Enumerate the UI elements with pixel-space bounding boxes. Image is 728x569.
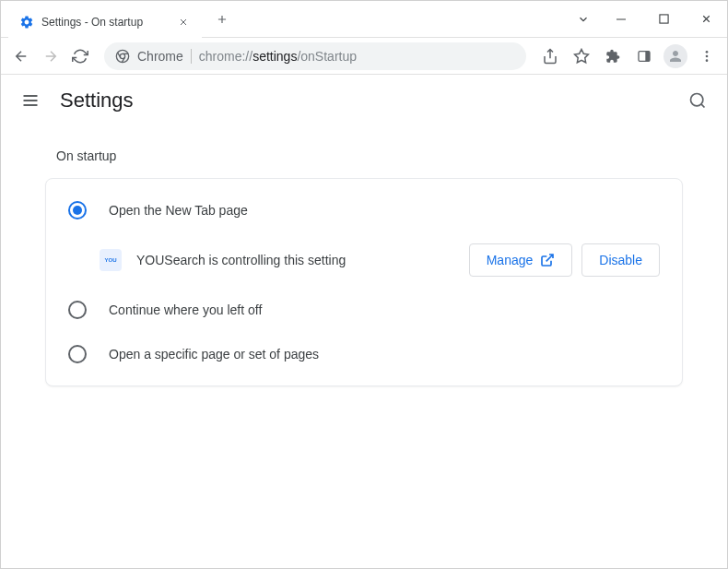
avatar	[663, 44, 687, 68]
new-tab-button[interactable]	[209, 6, 235, 32]
startup-card: Open the New Tab page YOU YOUSearch is c…	[45, 178, 683, 386]
menu-icon[interactable]	[694, 43, 720, 69]
svg-line-16	[701, 104, 705, 108]
extension-actions: Manage Disable	[469, 243, 660, 277]
address-prefix: Chrome	[137, 49, 183, 64]
svg-point-9	[706, 51, 709, 53]
close-icon[interactable]	[176, 15, 191, 30]
svg-rect-0	[659, 15, 667, 23]
extension-notice: YOU YOUSearch is controlling this settin…	[46, 232, 682, 288]
divider	[191, 49, 192, 64]
gear-icon	[19, 15, 34, 30]
bookmark-icon[interactable]	[569, 43, 594, 69]
url-rest: /onStartup	[297, 49, 357, 64]
option-new-tab[interactable]: Open the New Tab page	[46, 188, 682, 232]
option-label: Continue where you left off	[109, 302, 262, 317]
radio-selected[interactable]	[68, 201, 87, 219]
search-icon[interactable]	[687, 89, 709, 112]
option-label: Open a specific page or set of pages	[109, 347, 319, 362]
back-button[interactable]	[8, 43, 34, 69]
settings-header: Settings	[1, 75, 727, 126]
share-icon[interactable]	[537, 43, 563, 69]
maximize-button[interactable]	[642, 1, 685, 38]
window-controls	[567, 1, 727, 38]
extension-icon: YOU	[100, 249, 122, 271]
address-url: chrome://settings/onStartup	[199, 49, 357, 64]
radio-unselected[interactable]	[68, 345, 87, 363]
toolbar-actions	[537, 43, 720, 69]
address-bar[interactable]: Chrome chrome://settings/onStartup	[104, 42, 526, 70]
extension-text: YOUSearch is controlling this setting	[136, 253, 454, 267]
svg-rect-8	[645, 51, 650, 61]
url-emphasis: settings	[252, 49, 297, 64]
manage-label: Manage	[487, 253, 534, 267]
page-content: Settings On startup Open the New Tab pag…	[1, 75, 727, 568]
launch-icon	[540, 253, 555, 267]
chevron-down-icon[interactable]	[567, 1, 600, 38]
close-window-button[interactable]	[685, 1, 727, 38]
reload-button[interactable]	[67, 43, 93, 69]
profile-avatar[interactable]	[663, 43, 688, 69]
sidepanel-icon[interactable]	[631, 43, 657, 69]
extensions-icon[interactable]	[600, 43, 626, 69]
titlebar: Settings - On startup	[1, 1, 727, 38]
browser-tab[interactable]: Settings - On startup	[8, 6, 202, 38]
forward-button[interactable]	[38, 43, 64, 69]
svg-marker-6	[575, 49, 589, 62]
tab-title: Settings - On startup	[41, 16, 169, 29]
url-protocol: chrome://	[199, 49, 252, 64]
disable-button[interactable]: Disable	[581, 243, 660, 277]
section-title: On startup	[56, 148, 683, 163]
manage-button[interactable]: Manage	[469, 243, 573, 277]
option-label: Open the New Tab page	[109, 203, 248, 218]
svg-point-10	[706, 54, 709, 57]
disable-label: Disable	[599, 253, 642, 267]
radio-unselected[interactable]	[68, 301, 87, 319]
browser-window: Settings - On startup	[0, 0, 728, 569]
minimize-button[interactable]	[600, 1, 642, 38]
option-specific-page[interactable]: Open a specific page or set of pages	[46, 332, 682, 376]
settings-main: On startup Open the New Tab page YOU YOU…	[1, 126, 727, 568]
page-title: Settings	[60, 89, 134, 113]
svg-point-11	[706, 59, 709, 62]
svg-point-15	[691, 94, 703, 106]
option-continue[interactable]: Continue where you left off	[46, 288, 682, 332]
chrome-icon	[115, 49, 130, 64]
hamburger-icon[interactable]	[19, 89, 41, 112]
toolbar: Chrome chrome://settings/onStartup	[1, 38, 727, 75]
